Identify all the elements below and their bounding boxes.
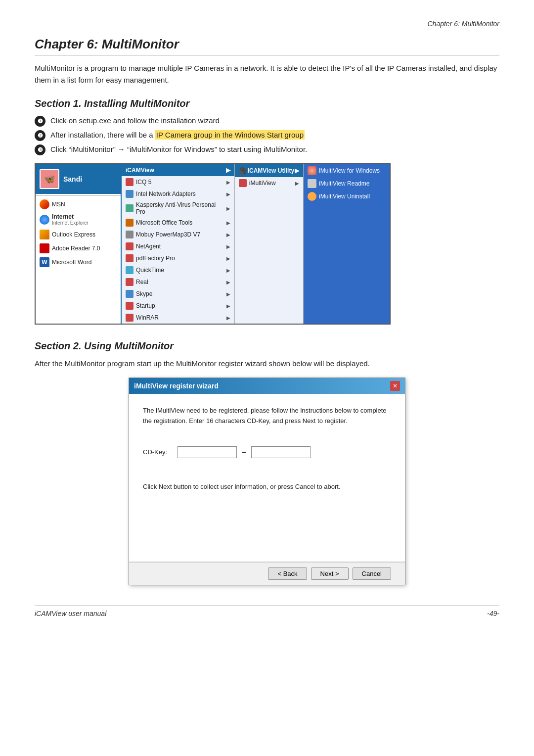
kaspersky-arrow: ▶ bbox=[226, 206, 230, 211]
bullet-item-3: ❸ Click “iMultiMonitor” → “iMultiMonitor… bbox=[35, 144, 499, 155]
cdkey-label: CD-Key: bbox=[143, 448, 173, 456]
mobuy-label: Mobuy PowerMap3D V7 bbox=[136, 231, 200, 238]
chapter-header: Chapter 6: MultiMonitor bbox=[35, 20, 499, 28]
bullet-item-2: ❷ After installation, there will be a IP… bbox=[35, 130, 499, 141]
menu-item-office[interactable]: Microsoft Office Tools ▶ bbox=[122, 217, 234, 229]
imultiview-arrow: ▶ bbox=[295, 181, 299, 186]
intel-label: Intel Network Adapters bbox=[136, 190, 196, 197]
chapter-title-text: Chapter 6: MultiMonitor bbox=[35, 37, 179, 51]
menu-item-imultiview-uninstall[interactable]: iMultiView Uninstall bbox=[304, 190, 390, 203]
next-button[interactable]: Next > bbox=[311, 567, 349, 580]
back-button[interactable]: < Back bbox=[268, 567, 307, 580]
imultiview-uninstall-icon bbox=[308, 192, 316, 201]
start-menu-middle-panel: iCAMView ▶ ICQ 5 ▶ Intel Network Adapter… bbox=[122, 164, 235, 324]
bullet-num-3: ❸ bbox=[35, 144, 45, 155]
col3-header-label: iCAMView Utility bbox=[248, 167, 294, 174]
bullet-text-2: After installation, there will be a IP C… bbox=[50, 130, 305, 141]
icq-icon bbox=[126, 178, 134, 186]
bullet2-highlight: IP Camera group in the Windows Start gro… bbox=[155, 130, 305, 140]
chapter-description: MultiMonitor is a program to manage mult… bbox=[35, 62, 499, 86]
section1-bullet-list: ❶ Click on setup.exe and follow the inst… bbox=[35, 115, 499, 155]
wizard-title-text: iMultiView register wizard bbox=[134, 382, 219, 390]
menu-divider-1 bbox=[36, 195, 121, 196]
cdkey-row: CD-Key: – bbox=[143, 446, 391, 458]
menu-item-netagent[interactable]: NetAgent ▶ bbox=[122, 240, 234, 252]
cdkey-input-1[interactable] bbox=[178, 446, 237, 458]
adobe-label: Adobe Reader 7.0 bbox=[52, 245, 118, 252]
imultiview-readme-label: iMultiView Readme bbox=[319, 180, 370, 187]
wizard-instruction-text: The iMultiView need to be registered, pl… bbox=[143, 406, 391, 426]
menu-item-imultiview-readme[interactable]: iMultiView Readme bbox=[304, 177, 390, 190]
pdf-arrow: ▶ bbox=[226, 256, 230, 261]
menu-item-kaspersky[interactable]: Kaspersky Anti-Virus Personal Pro ▶ bbox=[122, 200, 234, 217]
start-menu-user-bar: 🦋 Sandi bbox=[36, 164, 121, 194]
cdkey-dash: – bbox=[242, 448, 246, 457]
imultiview-icon bbox=[239, 179, 247, 187]
start-menu-screenshot: 🦋 Sandi MSN Internet Internet Explorer O… bbox=[35, 163, 391, 325]
wizard-footer: < Back Next > Cancel bbox=[129, 562, 405, 585]
bullet-num-2: ❷ bbox=[35, 130, 45, 141]
skype-arrow: ▶ bbox=[226, 291, 230, 297]
menu-item-word[interactable]: W Microsoft Word bbox=[36, 255, 121, 269]
footer-left: iCAMView user manual bbox=[35, 610, 106, 617]
menu-item-intel[interactable]: Intel Network Adapters ▶ bbox=[122, 188, 234, 200]
quicktime-label: QuickTime bbox=[136, 267, 164, 274]
winrar-label: WinRAR bbox=[136, 314, 159, 321]
imultiview-readme-icon bbox=[308, 179, 316, 188]
pdf-icon bbox=[126, 254, 134, 262]
ie-icon bbox=[40, 215, 49, 225]
wizard-titlebar: iMultiView register wizard ✕ bbox=[129, 378, 405, 394]
pdf-label: pdfFactory Pro bbox=[136, 255, 175, 262]
skype-label: Skype bbox=[136, 290, 152, 297]
icq-label: ICQ 5 bbox=[136, 179, 151, 186]
winrar-arrow: ▶ bbox=[226, 315, 230, 321]
word-label: Microsoft Word bbox=[52, 259, 118, 266]
bullet-text-3: Click “iMultiMonitor” → “iMultiMonitor f… bbox=[50, 144, 307, 155]
footer-right: -49- bbox=[487, 610, 499, 617]
real-label: Real bbox=[136, 279, 148, 285]
bullet-text-1: Click on setup.exe and follow the instal… bbox=[50, 115, 220, 127]
skype-icon bbox=[126, 290, 134, 298]
outlook-icon bbox=[40, 230, 49, 239]
menu-item-icq[interactable]: ICQ 5 ▶ bbox=[122, 176, 234, 188]
bullet2-plain: After installation, there will be a bbox=[50, 131, 155, 139]
menu-item-real[interactable]: Real ▶ bbox=[122, 276, 234, 288]
middle-header-arrow: ▶ bbox=[226, 167, 230, 174]
menu-item-mobuy[interactable]: Mobuy PowerMap3D V7 ▶ bbox=[122, 229, 234, 240]
middle-header-label: iCAMView bbox=[126, 167, 154, 174]
imultiview-windows-label: iMultiView for Windows bbox=[319, 167, 380, 174]
menu-item-adobe[interactable]: Adobe Reader 7.0 bbox=[36, 241, 121, 255]
icq-arrow: ▶ bbox=[226, 180, 230, 185]
middle-header: iCAMView ▶ bbox=[122, 164, 234, 176]
menu-item-msn[interactable]: MSN bbox=[36, 197, 121, 211]
imultiview-uninstall-label: iMultiView Uninstall bbox=[319, 193, 370, 200]
startup-arrow: ▶ bbox=[226, 303, 230, 309]
menu-item-startup[interactable]: Startup ▶ bbox=[122, 300, 234, 312]
kaspersky-label: Kaspersky Anti-Virus Personal Pro bbox=[136, 201, 224, 215]
cdkey-input-2[interactable] bbox=[251, 446, 311, 458]
intel-icon bbox=[126, 190, 134, 198]
office-label: Microsoft Office Tools bbox=[136, 219, 192, 226]
menu-item-ie[interactable]: Internet Internet Explorer bbox=[36, 211, 121, 228]
wizard-close-button[interactable]: ✕ bbox=[390, 381, 400, 391]
menu-item-winrar[interactable]: WinRAR ▶ bbox=[122, 312, 234, 324]
cancel-button[interactable]: Cancel bbox=[353, 567, 391, 580]
real-icon bbox=[126, 278, 134, 286]
netagent-arrow: ▶ bbox=[226, 244, 230, 249]
office-icon bbox=[126, 219, 134, 227]
kaspersky-icon bbox=[126, 204, 134, 212]
menu-item-skype[interactable]: Skype ▶ bbox=[122, 288, 234, 300]
menu-item-imultiview[interactable]: iMultiView ▶ bbox=[235, 177, 303, 189]
menu-item-quicktime[interactable]: QuickTime ▶ bbox=[122, 264, 234, 276]
startup-icon bbox=[126, 302, 134, 310]
section2-description: After the MultiMonitor program start up … bbox=[35, 358, 499, 370]
page-footer: iCAMView user manual -49- bbox=[35, 605, 499, 617]
menu-item-pdf[interactable]: pdfFactory Pro ▶ bbox=[122, 252, 234, 264]
intel-arrow: ▶ bbox=[226, 191, 230, 197]
menu-item-outlook[interactable]: Outlook Express bbox=[36, 228, 121, 241]
mobuy-arrow: ▶ bbox=[226, 232, 230, 237]
quicktime-arrow: ▶ bbox=[226, 268, 230, 273]
netagent-label: NetAgent bbox=[136, 243, 161, 250]
mobuy-icon bbox=[126, 231, 134, 238]
menu-item-imultiview-windows[interactable]: iMultiView for Windows bbox=[304, 164, 390, 177]
